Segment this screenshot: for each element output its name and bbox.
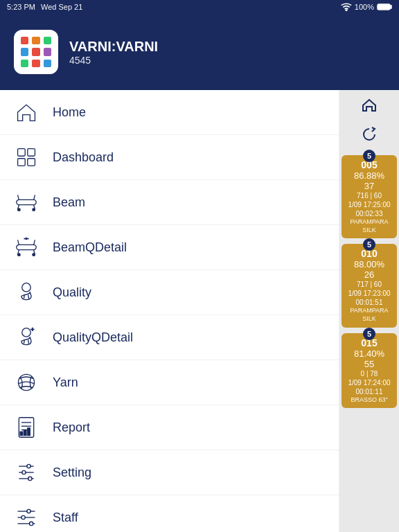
yarn-label: Yarn [53, 375, 78, 390]
svg-line-28 [24, 340, 24, 344]
header-text: VARNI:VARNI 4545 [69, 39, 158, 66]
card-2-datetime: 1/09 17:23:00 [346, 289, 393, 298]
icon-dot-purple [44, 48, 51, 55]
svg-rect-6 [18, 159, 26, 166]
qualityqdetail-icon [14, 325, 39, 350]
sidebar-item-setting[interactable]: Setting [0, 450, 339, 495]
beamqdetail-icon [14, 235, 39, 260]
svg-point-24 [22, 283, 30, 292]
card-1-badge: 5 [363, 150, 375, 162]
icon-dot-orange [32, 37, 39, 44]
sidebar-item-qualityqdetail[interactable]: QualityQDetail [0, 315, 339, 360]
svg-point-54 [21, 515, 25, 519]
card-1-duration: 00:02:33 [346, 209, 393, 218]
sidebar-item-staff[interactable]: Staff [0, 495, 339, 532]
status-time: 5:23 PM [7, 3, 35, 11]
svg-line-21 [34, 240, 35, 245]
staff-label: Staff [53, 511, 78, 525]
icon-dot-blue2 [44, 60, 51, 67]
sidebar-item-report[interactable]: Report [0, 405, 339, 450]
icon-dot-green2 [21, 60, 28, 67]
report-icon [14, 415, 39, 440]
svg-point-0 [346, 10, 347, 11]
icon-dot-red [21, 37, 28, 44]
icon-dot-blue [21, 48, 28, 55]
svg-point-12 [33, 209, 35, 211]
card-3-name: BRASSO 63" [346, 396, 393, 405]
svg-line-20 [18, 240, 19, 245]
card-3-percent: 81.40% [346, 348, 393, 359]
card-3-datetime: 1/09 17:24:00 [346, 378, 393, 387]
beam-icon [14, 190, 39, 215]
svg-rect-5 [28, 149, 35, 157]
svg-rect-38 [24, 430, 26, 436]
card-1-count: 37 [346, 181, 393, 191]
svg-point-11 [18, 209, 21, 211]
card-1-percent: 86.88% [346, 170, 393, 181]
qualityqdetail-label: QualityQDetail [53, 330, 133, 345]
card-2-badge: 5 [363, 238, 375, 251]
svg-rect-7 [28, 159, 35, 166]
battery-level: 100% [355, 3, 374, 11]
home-icon [14, 100, 39, 125]
svg-line-29 [28, 340, 29, 344]
right-panel: 5 005 86.88% 37 716 | 60 1/09 17:25:00 0… [339, 90, 399, 532]
card-3-detail: 0 | 78 [346, 369, 393, 378]
main-content: Home Dashboard [0, 90, 399, 532]
card-2-duration: 00:01:51 [346, 298, 393, 307]
status-bar-left: 5:23 PM Wed Sep 21 [7, 3, 82, 11]
status-bar: 5:23 PM Wed Sep 21 100% [0, 0, 399, 14]
svg-rect-15 [17, 245, 36, 249]
svg-line-25 [24, 295, 24, 299]
right-top-icons [361, 97, 378, 145]
setting-icon [14, 460, 39, 485]
svg-rect-39 [28, 428, 30, 436]
svg-point-27 [22, 328, 30, 337]
sidebar-item-home[interactable]: Home [0, 90, 339, 135]
card-1-name: PARAMPARA SILK [346, 218, 393, 234]
yarn-icon [14, 370, 39, 395]
right-home-icon[interactable] [361, 97, 378, 116]
card-1-detail: 716 | 60 [346, 191, 393, 200]
card-1-datetime: 1/09 17:25:00 [346, 200, 393, 209]
sidebar-item-beamqdetail[interactable]: BeamQDetail [0, 225, 339, 270]
svg-line-26 [28, 295, 29, 299]
icon-dot-red3 [32, 60, 39, 67]
card-2-count: 26 [346, 269, 393, 280]
card-2-name: PARAMPARA SILK [346, 307, 393, 323]
sidebar-item-dashboard[interactable]: Dashboard [0, 135, 339, 180]
svg-rect-4 [18, 149, 26, 157]
sidebar-item-quality[interactable]: Quality [0, 270, 339, 315]
status-date: Wed Sep 21 [41, 3, 82, 11]
sidebar-item-beam[interactable]: Beam [0, 180, 339, 225]
card-2-percent: 88.00% [346, 259, 393, 269]
wifi-icon [341, 3, 352, 11]
header-subtitle: 4545 [69, 55, 158, 66]
app-header: VARNI:VARNI 4545 [0, 14, 399, 90]
status-bar-right: 100% [341, 3, 392, 11]
quality-label: Quality [53, 285, 91, 300]
svg-line-13 [18, 195, 19, 200]
svg-rect-3 [378, 5, 389, 9]
svg-rect-37 [20, 432, 23, 435]
app-icon [14, 30, 58, 74]
svg-rect-8 [17, 200, 36, 204]
card-3[interactable]: 5 015 81.40% 55 0 | 78 1/09 17:24:00 00:… [342, 333, 397, 409]
battery-icon [377, 3, 392, 11]
icon-dot-green [44, 37, 51, 44]
home-label: Home [53, 105, 86, 120]
setting-label: Setting [53, 466, 91, 480]
staff-icon [14, 505, 39, 530]
report-label: Report [53, 420, 90, 435]
card-3-duration: 00:01:11 [346, 387, 393, 396]
card-2-detail: 717 | 60 [346, 280, 393, 289]
svg-point-19 [33, 254, 35, 256]
card-2[interactable]: 5 010 88.00% 26 717 | 60 1/09 17:23:00 0… [342, 244, 397, 327]
quality-icon [14, 280, 39, 305]
card-3-badge: 5 [363, 328, 375, 340]
sidebar-item-yarn[interactable]: Yarn [0, 360, 339, 405]
dashboard-icon [14, 145, 39, 170]
right-refresh-icon[interactable] [361, 126, 378, 145]
icon-dot-red2 [32, 48, 39, 55]
card-1[interactable]: 5 005 86.88% 37 716 | 60 1/09 17:25:00 0… [342, 155, 397, 238]
